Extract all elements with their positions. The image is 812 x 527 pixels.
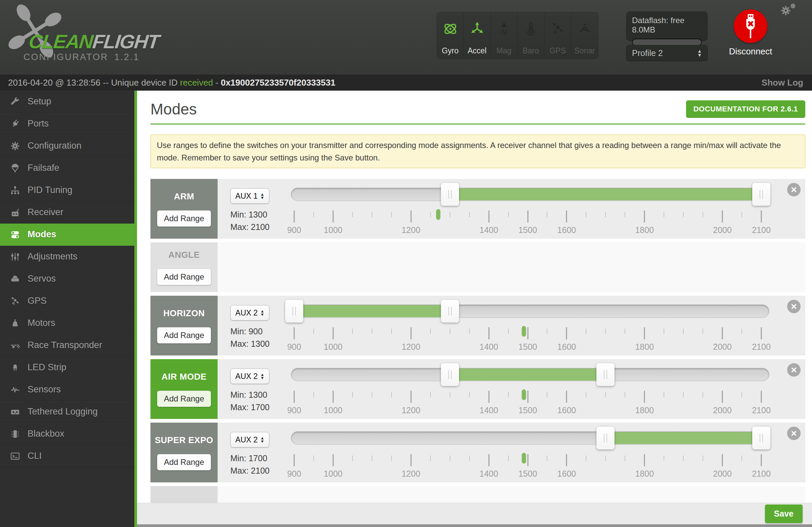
slider-handle-min[interactable] xyxy=(441,363,459,386)
sidebar-item-label: LED Strip xyxy=(28,362,67,372)
scale-tick xyxy=(450,455,450,461)
scale-tick xyxy=(664,328,664,334)
parachute-icon xyxy=(10,163,24,173)
status-received: received xyxy=(180,77,213,88)
gyro-icon xyxy=(443,12,458,45)
scale-tick xyxy=(508,212,509,217)
scale-tick xyxy=(741,328,742,334)
range-slider: 90010001200140015001600180020002100 xyxy=(291,296,769,355)
close-icon[interactable]: × xyxy=(787,427,801,440)
add-range-button[interactable]: Add Range xyxy=(157,327,211,343)
scale-tick xyxy=(430,328,431,334)
add-range-button[interactable]: Add Range xyxy=(157,391,211,407)
baro-icon xyxy=(523,12,539,45)
scale-tick-label: 1200 xyxy=(402,469,420,479)
sensor-label: Mag xyxy=(496,46,511,55)
aux-channel-select[interactable]: AUX 2 ▲▼ xyxy=(230,305,269,321)
scale-tick-label: 2100 xyxy=(752,225,771,235)
sidebar-item-tethered-logging[interactable]: Tethered Logging xyxy=(0,401,134,423)
satellite-icon xyxy=(10,296,24,306)
scale-tick xyxy=(722,391,723,403)
close-icon[interactable]: × xyxy=(787,300,801,313)
sidebar-item-label: Sensors xyxy=(28,384,61,395)
close-icon[interactable]: × xyxy=(787,363,801,377)
title-divider xyxy=(150,123,805,125)
scale-tick xyxy=(430,455,431,461)
app-version: 1.2.1 xyxy=(115,52,140,62)
scale-tick xyxy=(722,454,723,466)
sidebar-item-adjustments[interactable]: Adjustments xyxy=(0,246,134,268)
sidebar-item-pid-tuning[interactable]: PID Tuning xyxy=(0,179,134,201)
scale-tick-label: 2000 xyxy=(713,225,732,235)
show-log-button[interactable]: Show Log xyxy=(762,77,812,88)
info-note: Use ranges to define the switches on you… xyxy=(150,135,805,168)
aux-channel-value: AUX 2 xyxy=(235,372,258,381)
svg-text:N: N xyxy=(501,28,507,36)
sidebar-item-label: PID Tuning xyxy=(28,185,73,195)
slider-handle-max[interactable] xyxy=(596,363,614,386)
sidebar-item-gps[interactable]: GPS xyxy=(0,290,134,312)
slider-handle-max[interactable] xyxy=(441,300,459,323)
slider-handle-max[interactable] xyxy=(752,427,770,450)
settings-gears-icon[interactable] xyxy=(779,3,797,17)
select-arrows-icon: ▲▼ xyxy=(260,193,264,200)
scale-tick xyxy=(566,327,567,339)
profile-select[interactable]: Profile 2 ▲▼ xyxy=(626,45,708,61)
cli-icon xyxy=(10,451,24,461)
add-range-button[interactable]: Add Range xyxy=(157,454,211,470)
sidebar-item-configuration[interactable]: Configuration xyxy=(0,135,134,157)
aux-channel-select[interactable]: AUX 2 ▲▼ xyxy=(230,369,269,384)
scale-tick xyxy=(664,392,664,397)
sidebar-item-servos[interactable]: Servos xyxy=(0,268,134,290)
documentation-button[interactable]: DOCUMENTATION FOR 2.6.1 xyxy=(686,100,805,118)
scale-tick xyxy=(547,455,547,461)
scale-tick xyxy=(410,210,411,222)
sidebar-item-label: Blackbox xyxy=(28,429,64,439)
slider-handle-max[interactable] xyxy=(752,183,770,206)
sidebar-item-receiver[interactable]: Receiver xyxy=(0,201,134,223)
scale-tick-label: 2100 xyxy=(752,342,771,352)
scale-tick xyxy=(644,327,645,339)
sidebar-item-failsafe[interactable]: Failsafe xyxy=(0,157,134,179)
sidebar-item-cli[interactable]: CLI xyxy=(0,445,134,467)
add-range-button[interactable]: Add Range xyxy=(157,210,211,226)
slider-handle-min[interactable] xyxy=(596,427,614,450)
range-min: Min: 900 xyxy=(230,325,270,337)
scale-tick xyxy=(508,328,509,334)
disconnect-label: Disconnect xyxy=(723,46,778,57)
slider-handle-min[interactable] xyxy=(285,300,303,323)
sidebar-item-motors[interactable]: Motors xyxy=(0,312,134,334)
page-title: Modes xyxy=(150,100,197,118)
scale-tick xyxy=(372,328,373,334)
sidebar-item-label: Modes xyxy=(28,229,56,240)
content-footer: Save xyxy=(137,503,812,524)
aux-channel-select[interactable]: AUX 2 ▲▼ xyxy=(230,432,269,448)
scale-tick-label: 1500 xyxy=(519,342,537,352)
sensor-label: Sonar xyxy=(574,46,595,55)
close-icon[interactable]: × xyxy=(787,183,801,196)
scale-tick xyxy=(352,455,353,461)
scale-tick xyxy=(625,455,625,461)
sidebar-item-ports[interactable]: Ports xyxy=(0,113,134,135)
sidebar-item-setup[interactable]: Setup xyxy=(0,91,134,113)
usb-disconnect-icon[interactable] xyxy=(734,10,767,43)
sidebar-item-race-transponder[interactable]: Race Transponder xyxy=(0,334,134,356)
logging-icon xyxy=(10,407,24,417)
scale-tick xyxy=(527,454,528,466)
scale-tick-label: 1600 xyxy=(557,342,576,352)
disconnect-button[interactable]: Disconnect xyxy=(733,10,768,57)
brand-wordmark: CLEANFLIGHT xyxy=(28,30,160,53)
scale-tick-label: 1800 xyxy=(635,342,654,352)
sidebar-item-sensors[interactable]: Sensors xyxy=(0,379,134,401)
save-button[interactable]: Save xyxy=(765,504,802,523)
scale-tick xyxy=(352,212,353,217)
sidebar-item-blackbox[interactable]: Blackbox xyxy=(0,423,134,445)
scale-tick-label: 1800 xyxy=(635,225,654,235)
sidebar-item-led-strip[interactable]: LED Strip xyxy=(0,356,134,379)
sidebar-item-modes[interactable]: Modes xyxy=(0,223,137,246)
add-range-button[interactable]: Add Range xyxy=(157,269,211,285)
slider-handle-min[interactable] xyxy=(441,183,459,206)
range-min: Min: 1300 xyxy=(230,389,270,401)
aux-channel-select[interactable]: AUX 1 ▲▼ xyxy=(230,188,269,204)
scale-tick xyxy=(702,212,703,217)
